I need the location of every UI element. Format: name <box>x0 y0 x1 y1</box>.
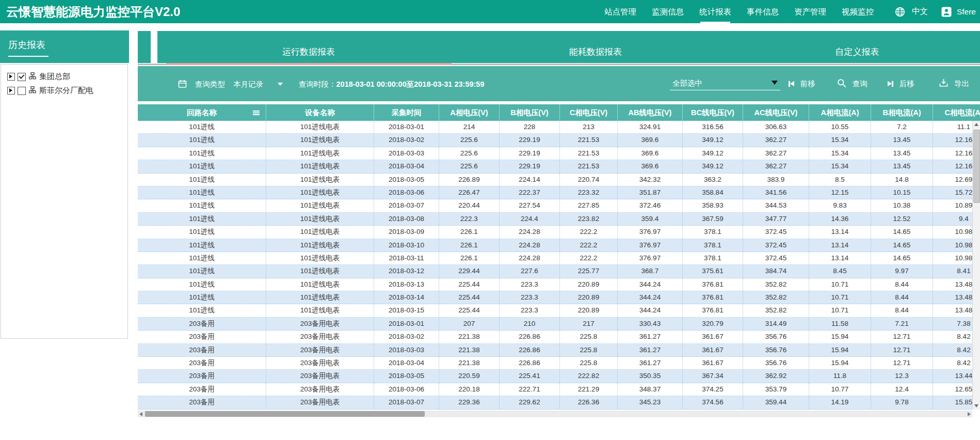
table-cell: 101进线电表 <box>266 147 374 160</box>
table-cell: 13.14 <box>809 252 871 264</box>
table-row[interactable]: 101进线101进线电表2018-03-10226.1224.28222.237… <box>138 239 972 252</box>
column-header-9[interactable]: A相电流(A) <box>809 104 871 121</box>
table-cell: 101进线 <box>138 278 266 291</box>
table-cell: 15.85 <box>933 396 972 408</box>
nav-item-5[interactable]: 视频监控 <box>842 0 874 23</box>
tree-checkbox[interactable] <box>18 73 26 81</box>
scroll-down-arrow[interactable] <box>973 402 980 410</box>
tree-expander-icon[interactable] <box>7 73 15 81</box>
table-cell: 9.83 <box>809 199 871 212</box>
table-cell: 352.82 <box>743 304 809 317</box>
nav-item-4[interactable]: 资产管理 <box>794 0 826 23</box>
table-cell: 372.45 <box>743 252 809 264</box>
table-row[interactable]: 101进线101进线电表2018-03-13225.44223.3220.893… <box>138 278 972 291</box>
nav-item-1[interactable]: 监测信息 <box>652 0 684 23</box>
tree-expander-icon[interactable] <box>7 87 15 95</box>
table-cell: 222.2 <box>560 226 618 238</box>
column-header-5[interactable]: C相电压(V) <box>560 104 618 121</box>
select-all-underline <box>670 90 780 90</box>
table-cell: 348.37 <box>618 383 683 396</box>
nav-item-3[interactable]: 事件信息 <box>747 0 779 23</box>
next-button[interactable]: 后移 <box>888 78 914 89</box>
table-cell: 8.41 <box>933 265 972 277</box>
nav-item-0[interactable]: 站点管理 <box>604 0 636 23</box>
user-icon[interactable] <box>941 7 952 17</box>
table-row[interactable]: 203备用203备用电表2018-03-04221.38226.86225.83… <box>138 357 972 370</box>
select-all-caret-icon[interactable] <box>772 81 778 85</box>
column-header-0[interactable]: 回路名称 <box>138 104 266 121</box>
table-row[interactable]: 101进线101进线电表2018-03-08222.3224.4223.8235… <box>138 213 972 226</box>
table-cell: 10.71 <box>809 291 871 304</box>
column-header-3[interactable]: A相电压(V) <box>439 104 500 121</box>
table-cell: 324.91 <box>618 121 683 133</box>
table-row[interactable]: 101进线101进线电表2018-03-03225.6229.19221.533… <box>138 147 972 160</box>
column-header-2[interactable]: 采集时间 <box>374 104 439 121</box>
select-all-dropdown[interactable]: 全部选中 <box>672 78 702 88</box>
table-cell: 203备用电表 <box>266 396 374 408</box>
table-cell: 12.16 <box>933 160 972 172</box>
vertical-scrollbar[interactable] <box>972 121 980 410</box>
table-row[interactable]: 101进线101进线电表2018-03-05226.89224.14220.74… <box>138 174 972 186</box>
column-header-10[interactable]: B相电流(A) <box>871 104 933 121</box>
table-row[interactable]: 101进线101进线电表2018-03-15225.44223.3220.893… <box>138 304 972 317</box>
tree-item-label: 集团总部 <box>39 72 70 82</box>
globe-icon[interactable] <box>894 6 906 18</box>
table-row[interactable]: 101进线101进线电表2018-03-11226.1224.28222.237… <box>138 252 972 265</box>
horizontal-scroll-thumb[interactable] <box>145 411 425 417</box>
table-row[interactable]: 101进线101进线电表2018-03-01214228213324.91316… <box>138 121 972 134</box>
table-cell: 225.44 <box>439 304 500 317</box>
scroll-right-arrow[interactable] <box>966 411 972 417</box>
tree-item-0[interactable]: 集团总部 <box>1 70 127 84</box>
column-header-8[interactable]: AC线电压(V) <box>743 104 809 121</box>
tab-0[interactable]: 运行数据报表 <box>282 46 335 58</box>
table-cell: 221.53 <box>560 147 618 160</box>
query-type-caret-icon[interactable] <box>278 83 283 86</box>
tree-checkbox[interactable] <box>18 87 26 95</box>
table-cell: 7.2 <box>871 121 933 133</box>
scroll-left-arrow[interactable] <box>138 411 144 417</box>
table-row[interactable]: 101进线101进线电表2018-03-09226.1224.28222.237… <box>138 226 972 239</box>
table-cell: 101进线电表 <box>266 186 374 199</box>
table-row[interactable]: 203备用203备用电表2018-03-03221.38226.86225.83… <box>138 344 972 357</box>
column-header-1[interactable]: 设备名称 <box>266 104 374 121</box>
table-cell: 369.6 <box>618 134 683 146</box>
table-row[interactable]: 101进线101进线电表2018-03-06226.47222.37223.32… <box>138 186 972 199</box>
table-row[interactable]: 101进线101进线电表2018-03-02225.6229.19221.533… <box>138 134 972 147</box>
nav-item-2[interactable]: 统计报表 <box>699 0 731 23</box>
table-cell: 10.38 <box>871 199 933 212</box>
table-header-row: 回路名称设备名称采集时间A相电压(V)B相电压(V)C相电压(V)AB线电压(V… <box>138 104 980 121</box>
query-type-select[interactable]: 本月记录 <box>233 80 263 89</box>
table-cell: 203备用 <box>138 318 266 330</box>
table-row[interactable]: 203备用203备用电表2018-03-02221.38226.86225.83… <box>138 331 972 343</box>
tab-1[interactable]: 能耗数据报表 <box>569 46 622 58</box>
table-cell: 13.48 <box>933 304 972 317</box>
column-menu-icon[interactable] <box>253 111 260 112</box>
scroll-up-arrow[interactable] <box>973 121 980 129</box>
table-row[interactable]: 101进线101进线电表2018-03-12229.44227.6225.773… <box>138 265 972 278</box>
table-row[interactable]: 203备用203备用电表2018-03-07229.36229.62226.36… <box>138 396 972 409</box>
column-header-11[interactable]: C相电流(A) <box>933 104 980 121</box>
table-row[interactable]: 101进线101进线电表2018-03-04225.6229.19221.533… <box>138 160 972 173</box>
column-header-6[interactable]: AB线电压(V) <box>618 104 683 121</box>
vertical-scroll-thumb[interactable] <box>973 130 980 203</box>
export-button[interactable]: 导出 <box>939 78 969 89</box>
table-cell: 12.71 <box>871 344 933 356</box>
table-cell: 8.5 <box>809 174 871 186</box>
table-row[interactable]: 101进线101进线电表2018-03-14225.44223.3220.893… <box>138 291 972 304</box>
table-row[interactable]: 101进线101进线电表2018-03-07220.44227.54227.85… <box>138 199 972 212</box>
column-header-7[interactable]: BC线电压(V) <box>683 104 743 121</box>
table-cell: 207 <box>439 318 500 330</box>
language-switch[interactable]: 中文 <box>912 6 928 17</box>
table-row[interactable]: 203备用203备用电表2018-03-01207210217330.43320… <box>138 318 972 331</box>
table-cell: 316.56 <box>683 121 743 133</box>
prev-button[interactable]: 前移 <box>789 78 815 89</box>
table-cell: 225.6 <box>439 147 500 160</box>
tab-2[interactable]: 自定义报表 <box>836 46 879 58</box>
horizontal-scrollbar[interactable] <box>138 411 972 417</box>
table-row[interactable]: 203备用203备用电表2018-03-05220.59225.41222.82… <box>138 370 972 383</box>
table-cell: 213 <box>560 121 618 133</box>
search-button[interactable]: 查询 <box>837 78 867 89</box>
column-header-4[interactable]: B相电压(V) <box>500 104 560 121</box>
tree-item-1[interactable]: 斯菲尔分厂配电 <box>1 84 127 98</box>
table-row[interactable]: 203备用203备用电表2018-03-06220.18222.71221.29… <box>138 383 972 396</box>
